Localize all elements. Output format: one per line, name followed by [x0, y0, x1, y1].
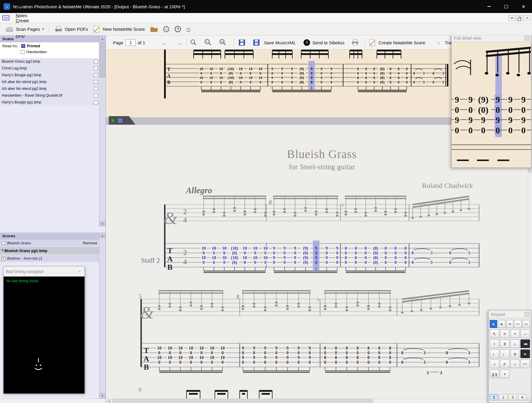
keypad-half-note-button[interactable]: o — [498, 320, 505, 328]
page-number-input[interactable] — [126, 39, 136, 46]
back-arrow-icon[interactable]: ← — [161, 39, 168, 46]
scroll-down-icon[interactable]: ▾ — [100, 393, 105, 398]
scroll-left-icon[interactable]: ◂ — [106, 399, 111, 403]
forward-arrow-icon[interactable]: → — [176, 39, 184, 46]
zoom-out-button[interactable]: 100 — [219, 39, 227, 46]
keypad-quarter-note-button[interactable]: ♩ — [490, 350, 499, 358]
scan-file-checkbox[interactable] — [94, 66, 98, 70]
scan-file-row[interactable]: Ich aber bin elend pg1.bmp — [0, 79, 99, 85]
create-notateme-label[interactable]: Create NotateMe Score — [379, 40, 425, 45]
help-button[interactable]: ? — [175, 26, 181, 32]
minimize-button[interactable] — [481, 0, 498, 13]
save-musicxml-label[interactable]: Save MusicXML — [264, 40, 296, 45]
menu-file[interactable]: File — [12, 0, 35, 3]
keypad-tie-over-line-button[interactable]: ( — [514, 320, 522, 328]
scroll-up-icon[interactable]: ▴ — [100, 233, 105, 238]
keypad-resize-grip[interactable] — [526, 397, 531, 402]
sibelius-button[interactable]: S — [304, 39, 310, 46]
mdi-close-button[interactable]: × — [524, 15, 531, 21]
collapse-icon[interactable]: − — [2, 241, 5, 245]
open-pdfs-button[interactable]: Open PDFs — [55, 26, 88, 32]
keypad-play-button[interactable]: ▶ — [520, 350, 530, 358]
transpose-icon[interactable]: ↑↓ — [437, 40, 440, 45]
keypad-slur-button[interactable]: ( — [520, 360, 530, 368]
scan-pages-button[interactable]: Scan Pages ▾ — [5, 26, 44, 32]
keypad-eighth-note-button[interactable]: ♪ — [490, 360, 499, 368]
scan-file-row[interactable]: Ich aber bin elend pg2.bmp — [0, 85, 99, 92]
scan-file-checkbox[interactable] — [94, 80, 98, 84]
scan-file-checkbox[interactable] — [94, 100, 98, 104]
menu-create[interactable]: Create — [12, 18, 35, 23]
send-sibelius-label[interactable]: Send to Sibelius — [312, 40, 344, 45]
create-notateme-button[interactable] — [369, 39, 376, 46]
keypad-whole-note-button[interactable]: o — [490, 320, 497, 328]
keypad-rewind-button[interactable]: ◀◀ — [520, 339, 530, 348]
keypad-tab-4[interactable]: 4 — [518, 394, 526, 400]
handwritten-checkbox[interactable] — [21, 50, 25, 54]
scan-file-checkbox[interactable] — [94, 87, 98, 91]
scroll-up-icon[interactable]: ▴ — [100, 36, 105, 41]
save-musicxml-button[interactable]: XML — [253, 39, 260, 46]
open-folder-button[interactable] — [150, 26, 158, 32]
keypad-accent-button[interactable]: > — [500, 329, 510, 338]
keypad-beam-lines-button[interactable]: ≡ — [506, 320, 514, 328]
score-row[interactable]: * Blueish Grass pg1.bmp — [0, 247, 99, 254]
close-icon[interactable]: × — [77, 269, 82, 274]
keypad-tab-2[interactable]: 2 — [499, 394, 507, 400]
keypad-sharp-button[interactable]: ♯ — [500, 339, 510, 348]
bad-timing-header[interactable]: Bad timing navigator × — [4, 266, 85, 277]
keypad-tab-1[interactable]: 1 — [490, 394, 498, 400]
scan-file-row[interactable]: Christ Lag.bmp — [0, 65, 99, 72]
keypad-whole-note-2-button[interactable]: o — [510, 350, 520, 358]
menu-edit[interactable]: Edit — [12, 3, 35, 8]
keypad-tenuto-button[interactable]: – — [520, 329, 530, 338]
keypad-natural-button[interactable]: ♮ — [490, 339, 499, 348]
score-row[interactable]: −Blueish GrassRemove — [0, 239, 99, 247]
expand-icon[interactable]: + — [2, 257, 5, 260]
stop-icon[interactable] — [119, 119, 122, 122]
keypad-rests-button[interactable]: ʓ ɣ — [490, 370, 499, 378]
maximize-button[interactable] — [498, 0, 515, 13]
keypad-header[interactable]: Keypad — [489, 311, 531, 318]
close-button[interactable]: × — [515, 0, 532, 13]
keypad-rhythm-dot-button[interactable]: • — [500, 370, 510, 378]
menu-view[interactable]: View — [12, 8, 35, 13]
scans-scrollbar[interactable]: ▴ ▾ — [99, 35, 106, 227]
keypad-eighth-note-2-button[interactable]: ♪ — [510, 360, 520, 368]
scan-file-row[interactable]: Handwritten - Ravel String Quartet.tif — [0, 92, 99, 99]
keypad-flat-button[interactable]: ♭ — [510, 339, 520, 348]
save-button[interactable] — [239, 39, 245, 46]
zoom-100-button[interactable]: 100 — [204, 39, 212, 46]
scan-file-row[interactable]: Blueish Grass pg2.bmp — [0, 58, 99, 65]
keypad-staccato-button[interactable]: • — [510, 329, 520, 338]
keypad-pointer-button[interactable]: ↖ — [490, 329, 499, 338]
scans-scrollbar-thumb[interactable] — [100, 42, 105, 77]
horizontal-scrollbar-thumb[interactable] — [113, 399, 373, 403]
scan-file-checkbox[interactable] — [94, 73, 98, 77]
print-button[interactable] — [351, 39, 359, 46]
keypad-sixteenth-note-button[interactable]: ♬ — [500, 360, 510, 368]
scroll-down-icon[interactable]: ▾ — [100, 221, 105, 226]
close-icon[interactable] — [525, 36, 530, 40]
printed-checkbox[interactable] — [21, 44, 25, 48]
mdi-restore-button[interactable] — [516, 15, 523, 21]
scores-scrollbar[interactable]: ▴ ▾ — [99, 233, 106, 399]
scan-file-checkbox[interactable] — [94, 94, 98, 98]
home-button[interactable]: ⌂ — [186, 26, 191, 33]
settings-button[interactable] — [163, 26, 169, 32]
score-row[interactable]: +Brahms - horn trio (1 — [0, 255, 99, 262]
close-icon[interactable] — [525, 312, 530, 317]
horizontal-scrollbar[interactable]: ◂ ▸ — [106, 399, 528, 403]
mdi-minimize-button[interactable] — [508, 15, 515, 21]
remove-link[interactable]: Remove — [83, 241, 97, 245]
scan-file-checkbox[interactable] — [94, 60, 98, 64]
menu-notes[interactable]: Notes — [12, 13, 35, 18]
keypad-quarter-note-2-button[interactable]: ♩ — [500, 350, 510, 358]
transpose-label[interactable]: Tra — [445, 40, 451, 45]
scan-file-row[interactable]: Harry's Boogie pg1.bmp — [0, 99, 99, 105]
zoom-tool-button[interactable] — [190, 39, 197, 46]
new-notateme-button[interactable]: New NotateMe Score — [93, 26, 145, 33]
scan-file-row[interactable]: Harry's Boogie pg2.bmp — [0, 72, 99, 78]
keypad-tab-3[interactable]: 3 — [509, 394, 517, 400]
keypad-double-flat-button[interactable]: ♭♭ — [523, 320, 530, 328]
